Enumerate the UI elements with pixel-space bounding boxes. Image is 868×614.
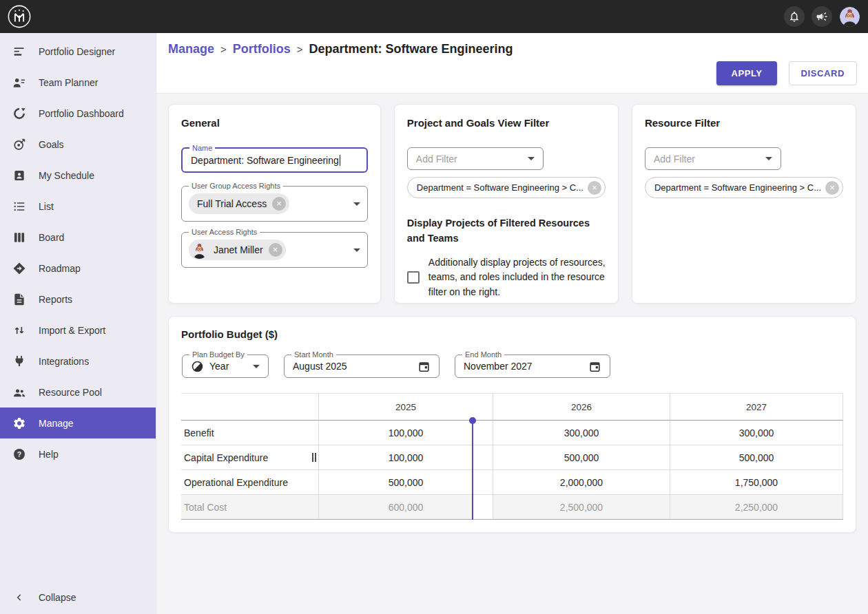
sidebar-item-import-export[interactable]: Import & Export — [0, 315, 156, 346]
sidebar-item-label: Goals — [39, 139, 64, 150]
budget-title: Portfolio Budget ($) — [181, 328, 843, 340]
breadcrumb-manage[interactable]: Manage — [168, 42, 214, 56]
sidebar-item-label: Roadmap — [39, 263, 81, 274]
user-group-access-label: User Group Access Rights — [189, 182, 283, 190]
sidebar-item-resource-pool[interactable]: Resource Pool — [0, 377, 156, 407]
sidebar: Portfolio Designer Team Planner Portfoli… — [0, 33, 156, 614]
breadcrumb-separator: > — [297, 43, 303, 55]
user-avatar[interactable] — [840, 7, 860, 27]
display-projects-checkbox[interactable] — [407, 271, 420, 284]
sidebar-item-board[interactable]: Board — [0, 222, 156, 253]
start-month-field[interactable]: Start Month August 2025 — [284, 354, 440, 378]
sidebar-item-label: Resource Pool — [39, 387, 102, 398]
resource-filter-card: Resource Filter Add Filter Department = … — [632, 104, 856, 304]
apply-button[interactable]: APPLY — [716, 61, 776, 85]
sidebar-item-label: Reports — [39, 294, 72, 305]
reports-icon — [12, 293, 26, 306]
plan-budget-by-value: Year — [209, 361, 229, 372]
resource-filter-title: Resource Filter — [645, 117, 843, 129]
chevron-down-icon — [353, 248, 360, 252]
sidebar-item-team-planner[interactable]: Team Planner — [0, 67, 156, 98]
user-group-access-field[interactable]: User Group Access Rights Full Trial Acce… — [181, 186, 368, 222]
chevron-down-icon — [253, 365, 260, 368]
meisterplan-logo[interactable] — [6, 3, 32, 30]
notifications-button[interactable] — [784, 6, 805, 27]
project-goals-filter-card: Project and Goals View Filter Add Filter… — [394, 104, 619, 304]
sidebar-item-label: Import & Export — [39, 325, 105, 336]
remove-filter-icon[interactable]: × — [825, 181, 839, 195]
remove-chip-icon[interactable]: × — [272, 197, 286, 211]
user-chip-label: Janet Miller — [214, 244, 263, 255]
svg-text:?: ? — [17, 450, 21, 458]
sidebar-item-label: Help — [39, 449, 59, 460]
sidebar-item-label: Board — [39, 232, 64, 243]
roadmap-icon — [12, 262, 26, 275]
sidebar-item-help[interactable]: ? Help — [0, 438, 156, 469]
discard-button[interactable]: DISCARD — [789, 61, 857, 85]
resource-filter-chip[interactable]: Department = Software Engineering > C...… — [645, 177, 843, 198]
sidebar-item-portfolio-designer[interactable]: Portfolio Designer — [0, 36, 156, 67]
row-label-total-cost: Total Cost — [181, 495, 319, 520]
cell-capex-2026[interactable]: 500,000 — [493, 445, 670, 470]
calendar-icon[interactable] — [588, 360, 601, 373]
announcements-button[interactable] — [812, 6, 832, 27]
sidebar-item-roadmap[interactable]: Roadmap — [0, 253, 156, 284]
budget-header-2027: 2027 — [670, 393, 843, 421]
cell-benefit-2027[interactable]: 300,000 — [670, 421, 843, 445]
project-filter-chip[interactable]: Department = Software Engineering > C...… — [407, 177, 606, 198]
page-header: Manage > Portfolios > Department: Softwa… — [156, 33, 868, 94]
resource-add-filter-dropdown[interactable]: Add Filter — [645, 147, 781, 170]
calendar-icon[interactable] — [417, 360, 431, 373]
user-chip[interactable]: Janet Miller × — [189, 240, 286, 260]
sidebar-item-list[interactable]: List — [0, 191, 156, 222]
sidebar-item-manage[interactable]: Manage — [0, 407, 156, 438]
sidebar-item-goals[interactable]: Goals — [0, 129, 156, 160]
row-label-capital-expenditure: Capital Expenditure — [181, 445, 319, 470]
cell-benefit-2025[interactable]: 100,000 — [319, 421, 493, 445]
remove-filter-icon[interactable]: × — [588, 181, 601, 195]
display-projects-checkbox-label: Additionally display projects of resourc… — [428, 255, 606, 300]
cell-benefit-2026[interactable]: 300,000 — [493, 421, 670, 445]
cell-opex-2025[interactable]: 500,000 — [319, 470, 493, 495]
plan-budget-by-dropdown[interactable]: Plan Budget By Year — [182, 354, 269, 378]
cell-opex-2027[interactable]: 1,750,000 — [670, 470, 843, 495]
cell-capex-2027[interactable]: 500,000 — [670, 445, 843, 470]
add-filter-placeholder: Add Filter — [654, 154, 695, 165]
budget-header-empty — [181, 393, 319, 421]
cell-capex-2025[interactable]: 100,000 — [319, 445, 493, 470]
sidebar-item-integrations[interactable]: Integrations — [0, 346, 156, 377]
chevron-down-icon — [353, 202, 360, 206]
sidebar-item-portfolio-dashboard[interactable]: Portfolio Dashboard — [0, 98, 156, 129]
column-resize-handle[interactable] — [312, 453, 316, 462]
collapse-label: Collapse — [39, 592, 76, 603]
sidebar-item-label: My Schedule — [39, 170, 94, 181]
row-label-text: Capital Expenditure — [184, 452, 268, 463]
megaphone-icon — [816, 10, 828, 23]
end-month-field[interactable]: End Month November 2027 — [455, 354, 610, 378]
sidebar-item-label: Integrations — [39, 356, 89, 367]
today-line — [472, 421, 473, 520]
sidebar-item-my-schedule[interactable]: My Schedule — [0, 160, 156, 191]
sidebar-item-label: List — [39, 201, 54, 212]
sidebar-collapse-button[interactable]: Collapse — [0, 582, 156, 613]
remove-chip-icon[interactable]: × — [269, 243, 282, 257]
project-add-filter-dropdown[interactable]: Add Filter — [407, 147, 544, 170]
breadcrumb-portfolios[interactable]: Portfolios — [233, 42, 291, 56]
name-field[interactable]: Name Department: Software Engineering — [181, 147, 368, 173]
contrast-icon — [191, 360, 204, 373]
gear-icon — [12, 416, 26, 430]
cell-total-2026: 2,500,000 — [493, 495, 670, 520]
add-filter-placeholder: Add Filter — [416, 154, 457, 165]
name-field-value: Department: Software Engineering — [191, 155, 339, 166]
budget-header-2026: 2026 — [493, 393, 670, 421]
sidebar-item-reports[interactable]: Reports — [0, 284, 156, 315]
portfolio-dashboard-icon — [12, 107, 26, 120]
start-month-label: Start Month — [291, 350, 336, 359]
user-access-field[interactable]: User Access Rights Janet Miller × — [181, 232, 368, 268]
cell-opex-2026[interactable]: 2,000,000 — [493, 470, 670, 495]
bell-icon — [788, 10, 800, 23]
user-chip-avatar — [191, 242, 208, 259]
name-field-label: Name — [189, 144, 215, 152]
team-planner-icon — [12, 76, 26, 89]
user-group-chip[interactable]: Full Trial Access × — [189, 193, 289, 214]
